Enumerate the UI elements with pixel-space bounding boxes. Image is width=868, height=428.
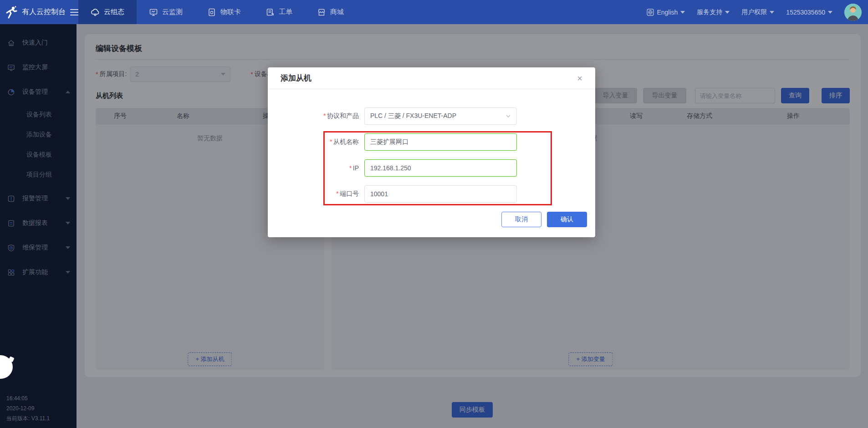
chevron-down-icon: [828, 11, 832, 14]
user-permission-dropdown[interactable]: 用户权限: [741, 8, 774, 16]
slave-name-label: *从机名称: [268, 138, 359, 146]
tab-store[interactable]: 商城: [305, 0, 356, 24]
modal-header: 添加从机 ×: [268, 67, 595, 89]
service-support-dropdown[interactable]: 服务支持: [697, 8, 730, 16]
header-right: English 服务支持 用户权限 15253035650: [647, 0, 868, 24]
chevron-down-icon: [680, 11, 685, 14]
tab-work-order[interactable]: 工单: [253, 0, 305, 24]
required-marker: *: [336, 190, 338, 197]
brand: 有人云控制台: [0, 0, 78, 24]
required-marker: *: [323, 112, 326, 119]
required-marker: *: [330, 138, 332, 145]
ip-row: *IP: [268, 159, 595, 177]
add-slave-modal: 添加从机 × *协议和产品 PLC / 三菱 / FX3U-ENET-ADP *…: [268, 67, 595, 237]
avatar[interactable]: [844, 4, 862, 21]
top-nav: 云组态 云监测 物联卡 工单: [78, 0, 356, 24]
modal-title: 添加从机: [281, 73, 311, 83]
tab-label: 云组态: [104, 8, 124, 16]
confirm-button[interactable]: 确认: [547, 212, 587, 227]
slave-name-row: *从机名称: [268, 133, 595, 151]
brand-title: 有人云控制台: [22, 7, 66, 17]
work-order-icon: [266, 8, 275, 17]
required-marker: *: [349, 164, 351, 172]
language-label: English: [657, 9, 678, 16]
port-row: *端口号: [268, 185, 595, 203]
menu-toggle-icon[interactable]: [70, 9, 79, 15]
chevron-down-icon: [770, 11, 774, 14]
top-header: 有人云控制台 云组态 云监测 物联卡: [0, 0, 868, 24]
modal-body: *协议和产品 PLC / 三菱 / FX3U-ENET-ADP *从机名称 *I…: [268, 89, 595, 203]
slave-name-input[interactable]: [364, 133, 517, 151]
usr-logo-icon: [5, 5, 18, 19]
ip-input[interactable]: [364, 159, 517, 177]
language-dropdown[interactable]: English: [647, 9, 685, 16]
tab-label: 工单: [279, 8, 292, 16]
tab-cloud-monitor[interactable]: 云监测: [137, 0, 195, 24]
cloud-scada-icon: [91, 8, 100, 17]
close-icon[interactable]: ×: [577, 74, 582, 83]
chevron-down-icon: [505, 113, 511, 119]
tab-label: 云监测: [162, 8, 183, 16]
protocol-row: *协议和产品 PLC / 三菱 / FX3U-ENET-ADP: [268, 107, 595, 125]
cancel-button[interactable]: 取消: [501, 212, 541, 227]
account-dropdown[interactable]: 15253035650: [786, 9, 832, 16]
account-label: 15253035650: [786, 9, 825, 16]
store-icon: [317, 8, 326, 17]
protocol-select[interactable]: PLC / 三菱 / FX3U-ENET-ADP: [364, 107, 517, 125]
modal-footer: 取消 确认: [268, 212, 595, 227]
tab-label: 物联卡: [220, 8, 241, 16]
tab-cloud-scada[interactable]: 云组态: [78, 0, 137, 24]
service-support-label: 服务支持: [697, 8, 722, 16]
tab-label: 商城: [330, 8, 344, 16]
port-input[interactable]: [364, 185, 517, 203]
user-permission-label: 用户权限: [741, 8, 767, 16]
globe-icon: [647, 9, 654, 16]
protocol-label: *协议和产品: [268, 112, 359, 120]
tab-iot-sim[interactable]: 物联卡: [195, 0, 253, 24]
ip-label: *IP: [268, 164, 359, 172]
iot-sim-icon: [207, 8, 216, 17]
protocol-select-value: PLC / 三菱 / FX3U-ENET-ADP: [370, 112, 456, 120]
avatar-person-icon: [844, 4, 862, 21]
cloud-monitor-icon: [149, 8, 158, 17]
chevron-down-icon: [725, 11, 730, 14]
port-label: *端口号: [268, 190, 359, 198]
